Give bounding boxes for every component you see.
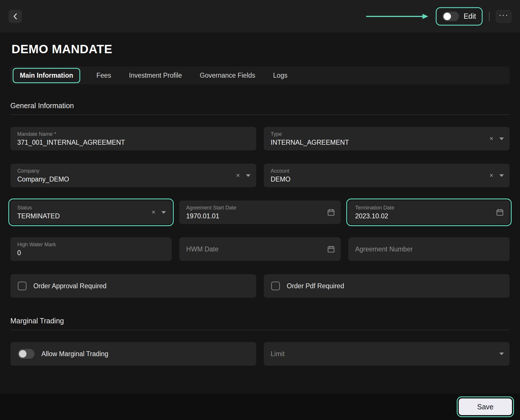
agreement-start-date-label: Agreement Start Date — [186, 205, 334, 211]
mandate-name-value: 371_001_INTERNAL_AGREEMENT — [17, 139, 249, 146]
type-field[interactable]: Type INTERNAL_AGREEMENT ✕ — [264, 127, 510, 150]
chevron-down-icon[interactable] — [499, 138, 504, 140]
status-label: Status — [17, 205, 165, 211]
save-button[interactable]: Save — [459, 398, 512, 415]
account-value: DEMO — [271, 175, 503, 183]
termination-date-field[interactable]: Termination Date 2023.10.02 — [348, 201, 510, 224]
allow-marginal-trading-toggle[interactable] — [18, 349, 35, 359]
chevron-down-icon[interactable] — [161, 211, 166, 214]
form-row: Mandate Name * 371_001_INTERNAL_AGREEMEN… — [10, 127, 510, 150]
type-value: INTERNAL_AGREEMENT — [271, 139, 503, 146]
tab-logs[interactable]: Logs — [272, 72, 289, 79]
type-label: Type — [271, 131, 503, 137]
order-approval-required-label: Order Approval Required — [33, 282, 106, 290]
agreement-start-date-field[interactable]: Agreement Start Date 1970.01.01 — [179, 201, 341, 224]
footer-bar: Save — [0, 394, 520, 420]
tab-main-information[interactable]: Main Information — [13, 68, 80, 83]
allow-marginal-trading-field[interactable]: Allow Marginal Trading — [10, 342, 256, 366]
top-bar: Edit ··· — [0, 0, 520, 33]
calendar-icon[interactable] — [327, 245, 335, 253]
ellipsis-icon: ··· — [499, 10, 508, 20]
termination-date-value: 2023.10.02 — [355, 212, 503, 220]
allow-marginal-trading-label: Allow Marginal Trading — [41, 350, 108, 358]
general-information-heading: General Information — [10, 102, 510, 110]
tab-investment-profile[interactable]: Investment Profile — [127, 72, 183, 79]
calendar-icon[interactable] — [496, 208, 504, 216]
company-field[interactable]: Company Company_DEMO ✕ — [10, 164, 256, 187]
toggle-knob — [19, 350, 26, 358]
section-divider — [10, 330, 510, 330]
clear-icon[interactable]: ✕ — [236, 173, 240, 178]
edit-toggle[interactable] — [442, 12, 459, 21]
form-row: Allow Marginal Trading Limit — [10, 342, 510, 366]
high-water-mark-label: High Water Mark — [17, 242, 165, 248]
clear-icon[interactable]: ✕ — [151, 210, 156, 215]
order-pdf-required-field[interactable]: Order Pdf Required — [264, 274, 510, 298]
back-button[interactable] — [9, 10, 22, 23]
order-approval-required-checkbox[interactable] — [18, 282, 26, 290]
form-row: Company Company_DEMO ✕ Account DEMO ✕ — [10, 164, 510, 187]
status-value: TERMINATED — [17, 212, 165, 220]
tab-bar: Main Information Fees Investment Profile… — [10, 66, 510, 84]
order-pdf-required-label: Order Pdf Required — [287, 282, 344, 290]
tab-governance-fields[interactable]: Governance Fields — [198, 72, 257, 79]
high-water-mark-value: 0 — [17, 249, 165, 257]
toggle-knob — [443, 13, 451, 20]
topbar-separator — [489, 12, 490, 21]
status-field[interactable]: Status TERMINATED ✕ — [10, 201, 172, 224]
company-value: Company_DEMO — [17, 175, 249, 183]
marginal-trading-heading: Marginal Trading — [10, 317, 510, 325]
limit-label: Limit — [271, 350, 503, 358]
hwm-date-field[interactable]: HWM Date — [179, 237, 341, 261]
clear-icon[interactable]: ✕ — [489, 136, 494, 141]
section-divider — [10, 114, 510, 115]
agreement-number-field[interactable]: Agreement Number — [348, 237, 510, 261]
edit-toggle-label: Edit — [464, 12, 476, 20]
order-pdf-required-checkbox[interactable] — [271, 282, 280, 290]
account-label: Account — [271, 168, 503, 174]
chevron-down-icon[interactable] — [499, 353, 504, 355]
company-label: Company — [17, 168, 249, 174]
calendar-icon[interactable] — [327, 208, 335, 216]
annotation-arrow-icon — [366, 13, 429, 20]
more-options-button[interactable]: ··· — [496, 10, 511, 23]
hwm-date-label: HWM Date — [186, 245, 334, 253]
mandate-name-label: Mandate Name * — [17, 131, 249, 137]
limit-field[interactable]: Limit — [264, 342, 510, 366]
page-title: DEMO MANDATE — [12, 42, 510, 56]
form-row: High Water Mark 0 HWM Date Agreement Num… — [10, 237, 510, 261]
order-approval-required-field[interactable]: Order Approval Required — [10, 274, 256, 298]
chevron-left-icon — [13, 13, 17, 20]
edit-toggle-group: Edit — [436, 7, 483, 26]
mandate-name-field[interactable]: Mandate Name * 371_001_INTERNAL_AGREEMEN… — [10, 127, 256, 150]
agreement-number-label: Agreement Number — [355, 245, 503, 253]
tab-fees[interactable]: Fees — [95, 72, 113, 79]
chevron-down-icon[interactable] — [246, 174, 251, 177]
account-field[interactable]: Account DEMO ✕ — [264, 164, 510, 187]
form-row: Status TERMINATED ✕ Agreement Start Date… — [10, 201, 510, 224]
termination-date-label: Termination Date — [355, 205, 503, 211]
high-water-mark-field[interactable]: High Water Mark 0 — [10, 237, 172, 261]
chevron-down-icon[interactable] — [499, 174, 504, 177]
form-row: Order Approval Required Order Pdf Requir… — [10, 274, 510, 298]
main-content: DEMO MANDATE Main Information Fees Inves… — [0, 42, 520, 366]
agreement-start-date-value: 1970.01.01 — [186, 212, 334, 220]
clear-icon[interactable]: ✕ — [489, 173, 494, 178]
